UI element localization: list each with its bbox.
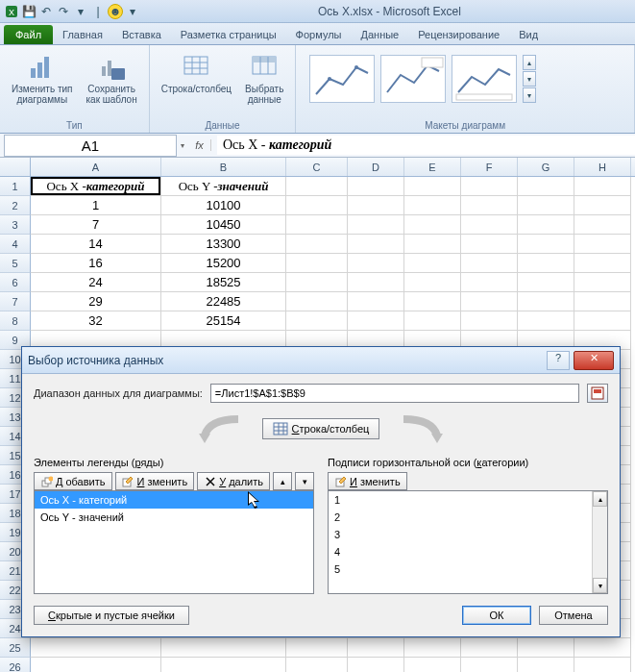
cell[interactable] (574, 658, 631, 672)
move-down-button[interactable]: ▾ (295, 472, 314, 490)
cell[interactable]: 16 (31, 254, 161, 273)
cell[interactable]: 10100 (161, 196, 286, 215)
cell[interactable] (461, 196, 518, 215)
cell[interactable] (286, 177, 348, 196)
col-header-a[interactable]: A (31, 158, 161, 176)
cell[interactable] (518, 311, 574, 331)
cell[interactable] (574, 638, 631, 658)
cell[interactable] (574, 177, 631, 196)
row-header[interactable]: 7 (0, 292, 31, 311)
cell[interactable]: 14 (31, 235, 161, 254)
col-header-c[interactable]: C (286, 158, 348, 176)
col-header-d[interactable]: D (348, 158, 404, 176)
cell[interactable] (286, 638, 348, 658)
qat-undo-icon[interactable]: ↶ (38, 4, 54, 19)
cell[interactable] (518, 638, 574, 658)
list-item[interactable]: 5 (329, 560, 592, 578)
cell[interactable] (518, 273, 574, 292)
cell[interactable] (31, 638, 161, 658)
chart-layout-2[interactable] (380, 55, 446, 103)
select-all-corner[interactable] (0, 158, 31, 176)
cell[interactable] (518, 215, 574, 235)
cell[interactable] (518, 658, 574, 672)
col-header-g[interactable]: G (518, 158, 574, 176)
row-header[interactable]: 6 (0, 273, 31, 292)
tab-data[interactable]: Данные (351, 25, 408, 44)
row-header[interactable]: 1 (0, 177, 31, 196)
row-header[interactable]: 3 (0, 215, 31, 235)
cell[interactable] (518, 254, 574, 273)
cell[interactable] (518, 177, 574, 196)
cell[interactable]: 15200 (161, 254, 286, 273)
cell[interactable] (461, 638, 518, 658)
chart-layout-3[interactable] (452, 55, 517, 103)
list-item[interactable]: 4 (329, 543, 592, 560)
cell[interactable]: 29 (31, 292, 161, 311)
cell[interactable]: 10450 (161, 215, 286, 235)
fx-button[interactable]: fx (194, 139, 211, 151)
cell[interactable]: 32 (31, 311, 161, 331)
cell[interactable] (574, 196, 631, 215)
cell[interactable] (518, 292, 574, 311)
cell[interactable] (31, 658, 161, 672)
tab-home[interactable]: Главная (53, 25, 112, 44)
cell[interactable] (461, 177, 518, 196)
cell[interactable] (404, 658, 461, 672)
col-header-e[interactable]: E (404, 158, 461, 176)
cell[interactable] (348, 658, 404, 672)
switch-row-col-button[interactable]: Строка/столбец (158, 49, 235, 96)
col-header-b[interactable]: B (161, 158, 286, 176)
dialog-help-button[interactable]: ? (547, 351, 570, 370)
cell[interactable] (461, 254, 518, 273)
edit-series-button[interactable]: Изменить (115, 472, 195, 490)
cell[interactable]: 7 (31, 215, 161, 235)
listbox-scrollbar[interactable]: ▴▾ (592, 491, 607, 593)
qat-dropdown2-icon[interactable]: ▾ (125, 4, 140, 19)
cell[interactable] (286, 215, 348, 235)
cell[interactable] (348, 235, 404, 254)
cell[interactable] (574, 235, 631, 254)
list-item[interactable]: Ось Х - категорий (35, 491, 313, 509)
ok-button[interactable]: ОК (462, 606, 531, 625)
qat-smile-icon[interactable]: ☻ (108, 4, 123, 19)
cell[interactable] (348, 273, 404, 292)
switch-row-column-button[interactable]: Строка/столбец (262, 418, 380, 439)
cell[interactable] (348, 177, 404, 196)
cell[interactable]: 25154 (161, 311, 286, 331)
cell[interactable] (348, 254, 404, 273)
row-header[interactable]: 5 (0, 254, 31, 273)
edit-axis-button[interactable]: Изменить (328, 472, 407, 490)
cell[interactable] (404, 311, 461, 331)
cell[interactable] (286, 254, 348, 273)
cell[interactable]: Ось Y - значений (161, 177, 286, 196)
col-header-h[interactable]: H (574, 158, 631, 176)
cell[interactable] (404, 638, 461, 658)
cell[interactable] (348, 215, 404, 235)
list-item[interactable]: 2 (329, 509, 592, 526)
cell[interactable] (404, 273, 461, 292)
name-box-dropdown-icon[interactable]: ▾ (177, 141, 188, 150)
cell[interactable]: 22485 (161, 292, 286, 311)
cell[interactable] (348, 196, 404, 215)
cell[interactable] (348, 311, 404, 331)
cell[interactable] (286, 273, 348, 292)
cell[interactable] (404, 215, 461, 235)
gallery-down-icon[interactable]: ▾ (523, 71, 536, 87)
file-tab[interactable]: Файл (4, 25, 53, 44)
cell[interactable] (404, 292, 461, 311)
row-header[interactable]: 2 (0, 196, 31, 215)
add-series-button[interactable]: Добавить (34, 472, 112, 490)
scroll-down-icon[interactable]: ▾ (593, 578, 607, 593)
cell[interactable] (404, 196, 461, 215)
row-header[interactable]: 25 (0, 638, 31, 658)
cell[interactable] (286, 311, 348, 331)
move-up-button[interactable]: ▴ (273, 472, 292, 490)
cell[interactable] (574, 311, 631, 331)
hidden-empty-cells-button[interactable]: Скрытые и пустые ячейки (34, 606, 189, 625)
cell[interactable] (404, 177, 461, 196)
cell[interactable] (404, 254, 461, 273)
cell[interactable] (574, 273, 631, 292)
collapse-dialog-button[interactable] (587, 384, 608, 403)
tab-view[interactable]: Вид (509, 25, 548, 44)
cell[interactable] (461, 658, 518, 672)
